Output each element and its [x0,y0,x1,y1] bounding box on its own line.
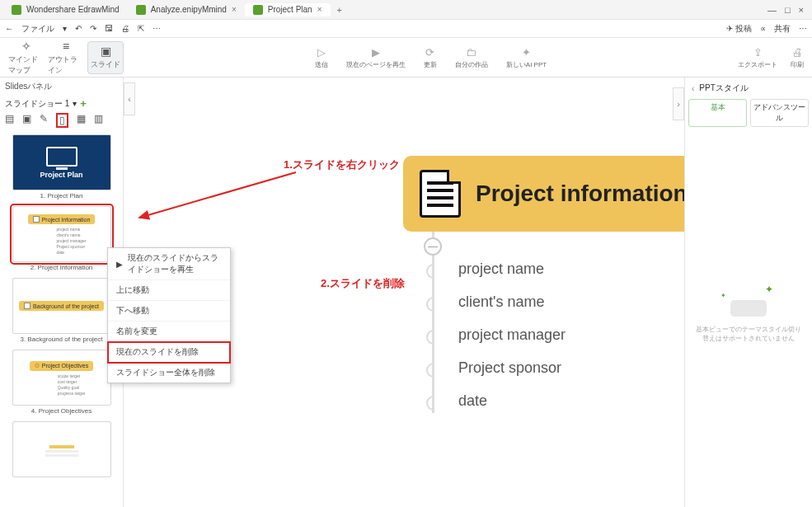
save-button[interactable]: 🖫 [105,24,113,33]
ctx-rename[interactable]: 名前を変更 [108,322,230,342]
post-button[interactable]: ✈ 投稿 [726,23,752,35]
branch-tick [426,264,434,279]
label: スライド [91,59,120,70]
share-button[interactable]: ∝ [760,24,766,33]
branch-tick [426,363,434,378]
right-panel-toggle[interactable]: › [673,87,684,120]
app-tab-projectplan[interactable]: Project Plan× [245,3,331,16]
branch-tick [426,396,434,411]
node-project-sponsor[interactable]: Project sponsor [458,359,561,377]
chevron-down-icon[interactable]: ▾ [73,99,77,108]
tool2-icon[interactable]: ▣ [22,113,31,128]
tool1-icon[interactable]: ▤ [5,113,14,128]
node-date[interactable]: date [458,392,487,410]
back-button[interactable]: ← [5,24,13,33]
slides-panel: Slidesパネル スライドショー 1 ▾ + ▤ ▣ ✎ ▯ ▦ ▥ Proj… [0,77,124,507]
app-tab-edrawmind[interactable]: Wondershare EdrawMind [3,3,128,16]
ctx-move-down[interactable]: 下へ移動 [108,301,230,322]
view-slide[interactable]: ▣スライド [87,41,124,74]
play-current-icon: ▶ [372,46,380,59]
label: マインドマップ [8,54,45,76]
minimize-button[interactable]: — [767,5,777,15]
tab-label: Wondershare EdrawMind [26,5,120,14]
doc-icon [24,303,31,309]
view-mindmap[interactable]: ✧マインドマップ [8,41,45,74]
tool-myworks[interactable]: 🗀自分の作品 [455,46,488,69]
slide-thumbnail-5[interactable] [0,418,123,481]
ctx-play-from-current[interactable]: ▶現在のスライドからスライドショーを再生 [108,248,230,280]
node-project-manager[interactable]: project manager [458,326,566,344]
window-tabs: Wondershare EdrawMind Analyze.enipyMmind… [0,0,812,20]
tool-send[interactable]: ▷送信 [315,46,328,69]
annotation-1: 1.スライドを右クリック [284,157,400,172]
tool-refresh[interactable]: ⟳更新 [424,46,437,69]
tool-export[interactable]: ⇪エクスポート [738,46,777,69]
node-project-name[interactable]: project name [458,261,544,278]
tool3-icon[interactable]: ✎ [40,113,48,128]
maximize-button[interactable]: □ [785,5,791,15]
ctx-delete-current[interactable]: 現在のスライドを削除 [108,342,230,363]
slideshow-label: スライドショー 1 [5,98,69,110]
thumb-title: Project Information [42,217,91,223]
more-icon[interactable]: ⋯ [153,24,161,33]
branch-stem [432,232,434,413]
slide-thumbnail-3[interactable]: Background of the project 3. Background … [0,275,123,346]
placeholder-message: 基本ビューでのテーマスタイル切り替えはサポートされていません [688,325,809,343]
slide-thumbnail-4[interactable]: ✪Project Objectives scope targetcost tar… [0,346,123,418]
close-button[interactable]: × [799,5,804,15]
tab-advanced[interactable]: アドバンスツール [750,99,809,127]
undo-button[interactable]: ↶ [75,24,82,33]
collapse-knob[interactable]: — [424,237,442,256]
ctx-move-up[interactable]: 上に移動 [108,280,230,301]
slide-tools: ▤ ▣ ✎ ▯ ▦ ▥ [0,111,123,131]
annotation-arrow-1 [135,164,312,230]
print-icon[interactable]: 🖨 [121,24,129,33]
slide-thumbnail-1[interactable]: Project Plan 1. Project Plan [0,131,123,203]
new-tab-button[interactable]: + [331,5,349,15]
close-icon[interactable]: × [317,5,322,14]
tool-print[interactable]: 🖨印刷 [791,46,804,69]
app-tab-analyze[interactable]: Analyze.enipyMmind× [128,3,245,16]
add-slide-button[interactable]: + [80,97,87,110]
export-icon[interactable]: ⇱ [138,24,144,33]
thumb-caption: 2. Project information [7,264,116,271]
file-menu[interactable]: ファイル [21,23,54,35]
thumb-title: Project Plan [40,171,82,179]
view-outline[interactable]: ≡アウトライン [48,41,84,74]
play-icon: ▶ [116,260,123,269]
panel-title: Slidesパネル [0,77,123,96]
tool6-icon[interactable]: ▥ [94,113,103,128]
tool5-icon[interactable]: ▦ [77,113,86,128]
ctx-delete-all[interactable]: スライドショー全体を削除 [108,363,230,383]
close-icon[interactable]: × [232,5,237,14]
outline-icon: ≡ [63,40,69,53]
share-label[interactable]: 共有 [774,23,791,35]
thumb-title: Project Objectives [42,363,88,369]
monitor-icon [46,147,77,167]
redo-button[interactable]: ↷ [90,24,96,33]
gear-icon: ✪ [35,363,40,369]
tab-basic[interactable]: 基本 [688,99,747,127]
slide-thumbnail-2[interactable]: Project Information project nameclient's… [0,203,123,275]
thumb-caption: 3. Background of the project [7,336,116,343]
right-panel-header: ‹PPTスタイル [688,81,809,96]
chevron-down-icon[interactable]: ▾ [63,24,67,33]
refresh-icon: ⟳ [425,46,434,59]
menubar: ← ファイル ▾ ↶ ↷ 🖫 🖨 ⇱ ⋯ ✈ 投稿 ∝ 共有 ⋯ [0,20,812,38]
slide-header-card[interactable]: Project information [403,156,684,232]
tool-play-current[interactable]: ▶現在のページを再生 [346,46,406,69]
ai-icon: ✦ [522,46,531,59]
slideshow-selector[interactable]: スライドショー 1 ▾ + [0,96,123,111]
ppt-style-panel: ‹PPTスタイル 基本 アドバンスツール ✦ ✦ 基本ビューでのテーマスタイル切… [684,77,812,507]
play-icon: ▷ [317,46,326,59]
annotation-2: 2.スライドを削除 [321,276,405,291]
tab-label: Project Plan [268,5,312,14]
slide-icon: ▣ [101,45,111,58]
help-icon[interactable]: ⋯ [799,24,807,33]
tool-ai-ppt[interactable]: ✦新しいAI PPT [506,46,547,69]
label: アウトライン [48,54,84,76]
panel-collapse-button[interactable]: ‹ [124,82,135,115]
node-client-name[interactable]: client's name [458,293,544,311]
tool-delete-button[interactable]: ▯ [56,113,68,128]
folder-icon: 🗀 [466,46,476,59]
